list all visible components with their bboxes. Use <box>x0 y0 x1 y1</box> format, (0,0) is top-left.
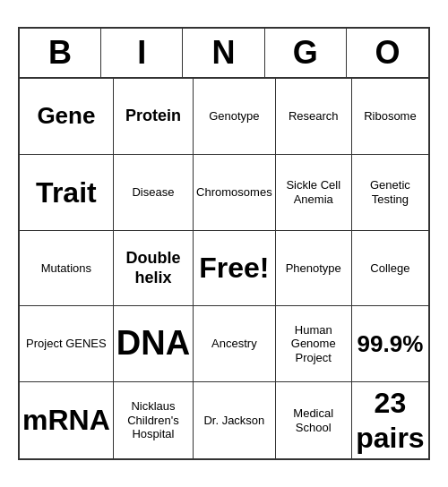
bingo-cell: Human Genome Project <box>276 306 352 382</box>
bingo-cell: Chromosomes <box>194 155 276 231</box>
bingo-cell: College <box>352 231 428 307</box>
bingo-cell: DNA <box>114 306 194 382</box>
cell-label: Ancestry <box>211 337 257 351</box>
cell-label: Free! <box>199 251 269 285</box>
cell-label: Human Genome Project <box>279 323 349 365</box>
bingo-header: BINGO <box>20 29 428 79</box>
bingo-cell: Protein <box>114 79 194 155</box>
cell-label: Genotype <box>209 109 259 124</box>
cell-label: DNA <box>116 323 190 364</box>
cell-label: Dr. Jackson <box>203 414 264 428</box>
cell-label: 23 pairs <box>355 386 426 455</box>
header-letter: B <box>20 29 101 77</box>
cell-label: Phenotype <box>286 261 341 276</box>
bingo-grid: GeneProteinGenotypeResearchRibosomeTrait… <box>20 79 428 458</box>
bingo-cell: Genotype <box>194 79 276 155</box>
cell-label: Medical School <box>279 406 349 434</box>
bingo-cell: 23 pairs <box>352 382 428 458</box>
bingo-cell: Nicklaus Children's Hospital <box>114 382 194 458</box>
bingo-cell: Research <box>276 79 352 155</box>
bingo-cell: 99.9% <box>352 306 428 382</box>
bingo-cell: mRNA <box>20 382 114 458</box>
cell-label: Protein <box>125 107 181 126</box>
cell-label: Genetic Testing <box>355 178 426 206</box>
cell-label: 99.9% <box>358 330 424 358</box>
bingo-cell: Free! <box>194 231 276 307</box>
cell-label: Trait <box>36 175 97 209</box>
cell-label: Mutations <box>41 261 91 276</box>
bingo-cell: Ancestry <box>194 306 276 382</box>
bingo-cell: Ribosome <box>352 79 428 155</box>
bingo-cell: Trait <box>20 155 114 231</box>
cell-label: Ribosome <box>364 109 417 124</box>
bingo-cell: Medical School <box>276 382 352 458</box>
cell-label: Sickle Cell Anemia <box>279 178 349 206</box>
cell-label: Research <box>289 109 339 124</box>
cell-label: Gene <box>37 102 95 130</box>
cell-label: Nicklaus Children's Hospital <box>116 399 190 441</box>
bingo-cell: Sickle Cell Anemia <box>276 155 352 231</box>
header-letter: G <box>265 29 347 77</box>
bingo-cell: Mutations <box>20 231 114 307</box>
header-letter: I <box>101 29 183 77</box>
bingo-card: BINGO GeneProteinGenotypeResearchRibosom… <box>18 27 430 460</box>
bingo-cell: Gene <box>20 79 114 155</box>
cell-label: Double helix <box>116 249 190 287</box>
cell-label: Disease <box>132 185 174 200</box>
bingo-cell: Disease <box>114 155 194 231</box>
header-letter: N <box>183 29 264 77</box>
bingo-cell: Double helix <box>114 231 194 307</box>
cell-label: Chromosomes <box>196 185 272 200</box>
cell-label: Project GENES <box>26 337 107 351</box>
bingo-cell: Phenotype <box>276 231 352 307</box>
bingo-cell: Genetic Testing <box>352 155 428 231</box>
cell-label: mRNA <box>22 403 110 437</box>
bingo-cell: Dr. Jackson <box>194 382 276 458</box>
bingo-cell: Project GENES <box>20 306 114 382</box>
header-letter: O <box>347 29 428 77</box>
cell-label: College <box>370 261 409 276</box>
